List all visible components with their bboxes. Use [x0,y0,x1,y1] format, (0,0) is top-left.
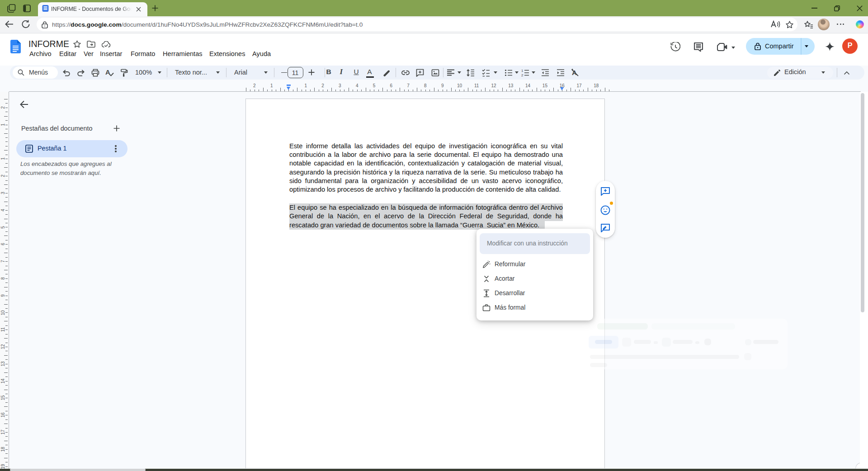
svg-text:1: 1 [521,68,524,72]
svg-text:2: 2 [521,73,524,77]
